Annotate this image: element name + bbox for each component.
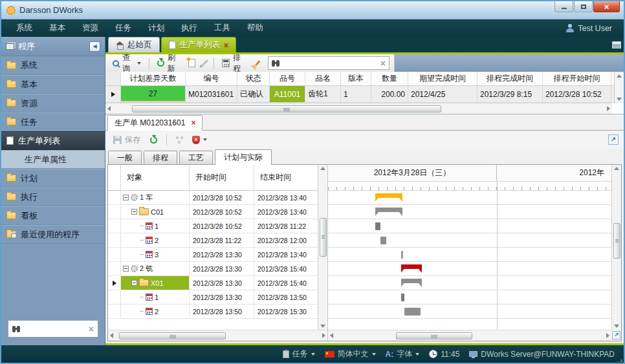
detail-tab-排程[interactable]: 排程 <box>144 151 177 164</box>
toolbar-search-clear-icon[interactable] <box>380 60 386 67</box>
detail-tab-计划与实际[interactable]: 计划与实际 <box>215 149 272 165</box>
gantt-horizontal-scrollbar[interactable] <box>328 330 611 341</box>
tree-end-cell[interactable]: 2012/3/28 13:40 <box>254 248 318 262</box>
sidebar-item-计划[interactable]: 计划 <box>1 169 105 187</box>
tree-end-cell[interactable]: 2012/3/28 13:40 <box>254 205 318 219</box>
tree-row[interactable]: 22012/3/28 11:222012/3/28 12:00 <box>108 233 327 248</box>
collapse-icon[interactable] <box>131 280 137 286</box>
column-header-排程完成时间[interactable]: 排程完成时间 <box>477 72 543 85</box>
grid-horizontal-scrollbar[interactable] <box>105 103 612 114</box>
column-header-品名[interactable]: 品名 <box>305 72 341 85</box>
sidebar-item-生产单列表[interactable]: 生产单列表 <box>1 131 105 150</box>
tree-start-cell[interactable]: 2012/3/28 13:50 <box>190 305 254 319</box>
scroll-down-icon[interactable] <box>614 325 619 328</box>
clean-button[interactable] <box>251 59 265 67</box>
scroll-thumb[interactable] <box>132 105 441 112</box>
query-dropdown-icon[interactable] <box>137 62 141 65</box>
scroll-thumb[interactable] <box>396 332 472 339</box>
tree-start-cell[interactable]: 2012/3/28 13:30 <box>190 262 254 276</box>
sidebar-search-clear-icon[interactable] <box>89 326 94 332</box>
gantt-bar-2[interactable] <box>404 308 421 316</box>
validate-button[interactable]: × <box>190 134 210 145</box>
tree-row[interactable]: C012012/3/28 10:522012/3/28 13:40 <box>108 205 327 219</box>
collapse-icon[interactable] <box>123 266 129 272</box>
gantt-bar-1[interactable] <box>401 294 404 301</box>
tree-object-cell[interactable]: 1 <box>121 219 190 233</box>
gantt-bar-2[interactable] <box>380 237 387 244</box>
tree-horizontal-scrollbar[interactable] <box>108 330 327 341</box>
edit-button[interactable] <box>201 58 208 69</box>
sidebar-collapse-button[interactable] <box>89 41 100 52</box>
menu-item[interactable]: 执行 <box>173 19 206 37</box>
gantt-bar-1 车[interactable] <box>375 193 402 202</box>
cell-code[interactable]: M012031601 <box>186 86 237 102</box>
detail-tab[interactable]: 生产单 M012031601 <box>107 115 203 131</box>
column-header-状态[interactable]: 状态 <box>237 72 270 85</box>
gantt-vertical-scrollbar[interactable] <box>611 165 621 330</box>
tree-start-cell[interactable]: 2012/3/28 13:30 <box>190 276 254 290</box>
popout-window-icon[interactable] <box>612 41 621 48</box>
resize-grip[interactable] <box>620 359 622 361</box>
tree-object-cell[interactable]: 2 铣 <box>121 262 190 276</box>
detail-refresh-button[interactable] <box>148 135 160 145</box>
detail-tab-一般[interactable]: 一般 <box>108 151 142 164</box>
scroll-up-icon[interactable] <box>617 74 622 78</box>
column-header-期望完成时间[interactable]: 期望完成时间 <box>408 72 477 85</box>
scroll-up-icon[interactable] <box>614 167 619 170</box>
tree-object-cell[interactable]: 3 <box>121 248 190 262</box>
tab-起始页[interactable]: 起始页 <box>108 37 160 52</box>
column-header-数量[interactable]: 数量 <box>371 72 408 85</box>
collapse-icon[interactable] <box>131 209 137 215</box>
sidebar-search-input[interactable] <box>19 325 85 334</box>
tree-end-cell[interactable]: 2012/3/28 15:40 <box>254 262 318 276</box>
menu-item[interactable]: 计划 <box>140 19 173 37</box>
relations-button[interactable] <box>173 135 185 144</box>
scroll-thumb[interactable] <box>613 223 620 259</box>
scroll-right-icon[interactable] <box>322 333 325 338</box>
grid-vertical-scrollbar[interactable] <box>614 72 624 103</box>
sidebar-item-资源[interactable]: 资源 <box>1 94 105 112</box>
cell-sched_start[interactable]: 2012/3/28 10:52 <box>543 86 611 102</box>
tree-row[interactable]: 2 铣2012/3/28 13:302012/3/28 15:40 <box>108 262 327 276</box>
tree-end-cell[interactable]: 2012/3/28 13:40 <box>254 191 318 205</box>
scroll-right-icon[interactable] <box>606 333 609 338</box>
scroll-thumb[interactable] <box>119 332 226 339</box>
tree-end-cell[interactable]: 2012/3/28 15:40 <box>254 276 318 290</box>
cell-expect_finish[interactable]: 2012/4/25 <box>408 86 477 102</box>
cell-status[interactable]: 已确认 <box>237 86 270 102</box>
user-menu[interactable]: Test User <box>566 24 617 33</box>
minimize-button[interactable] <box>554 1 573 12</box>
tree-object-cell[interactable]: C01 <box>121 205 190 219</box>
cell-item_no[interactable]: A11001 <box>270 86 305 102</box>
scroll-left-icon[interactable] <box>110 333 113 338</box>
scroll-right-icon[interactable] <box>607 106 610 111</box>
cell-sched_finish[interactable]: 2012/3/29 8:15 <box>477 86 543 102</box>
tree-row[interactable]: X012012/3/28 13:302012/3/28 15:40 <box>108 276 327 290</box>
tree-end-cell[interactable]: 2012/3/28 13:50 <box>254 290 318 305</box>
menu-item[interactable]: 系统 <box>8 19 41 37</box>
tree-row[interactable]: 12012/3/28 10:522012/3/28 11:22 <box>108 219 327 233</box>
collapse-icon[interactable] <box>123 195 129 200</box>
menu-item[interactable]: 帮助 <box>239 19 272 37</box>
sidebar-item-系统[interactable]: 系统 <box>1 56 105 75</box>
grid-row[interactable]: 27M012031601已确认A11001齿轮11200.002012/4/25… <box>105 86 624 103</box>
sidebar-item-任务[interactable]: 任务 <box>1 112 105 131</box>
scroll-left-icon[interactable] <box>107 106 111 111</box>
popout-icon[interactable] <box>608 134 619 145</box>
tree-object-cell[interactable]: 1 车 <box>121 191 190 205</box>
sidebar-item-生产单属性[interactable]: 生产单属性 <box>1 150 105 169</box>
gantt-bar-C01[interactable] <box>375 208 402 216</box>
menu-item[interactable]: 基本 <box>41 19 74 37</box>
gantt-bar-X01[interactable] <box>401 279 422 287</box>
tree-start-cell[interactable]: 2012/3/28 10:52 <box>190 219 254 233</box>
restore-button[interactable] <box>574 1 593 12</box>
tree-row[interactable]: 32012/3/28 13:302012/3/28 13:40 <box>108 248 327 262</box>
sidebar-item-看板[interactable]: 看板 <box>1 206 105 225</box>
column-header-品号[interactable]: 品号 <box>270 72 305 85</box>
gantt-popout-icon[interactable] <box>612 331 620 339</box>
scroll-left-icon[interactable] <box>330 333 333 338</box>
tree-row[interactable]: 22012/3/28 13:502012/3/28 15:30 <box>108 305 327 319</box>
detail-tab-工艺[interactable]: 工艺 <box>179 151 213 164</box>
tree-start-cell[interactable]: 2012/3/28 13:30 <box>190 290 254 305</box>
gantt-bar-2 铣[interactable] <box>401 264 422 273</box>
